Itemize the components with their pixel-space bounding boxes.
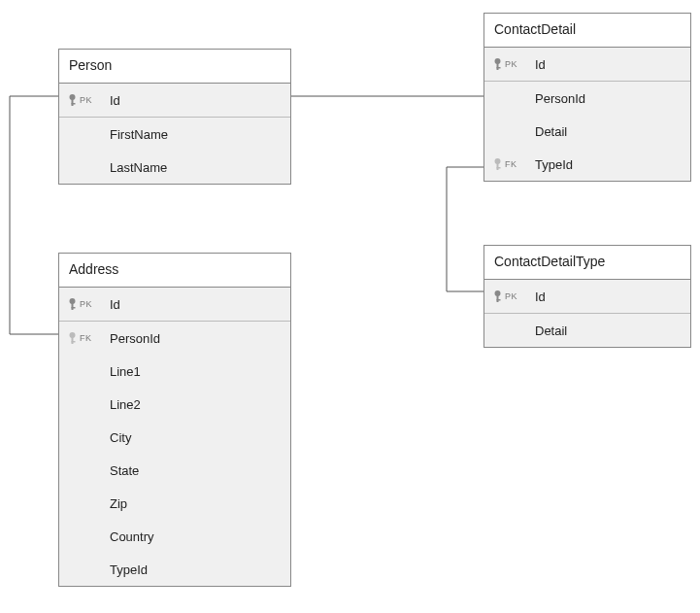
entity-contact-detail-type[interactable]: ContactDetailType PK Id Detail [483,245,691,348]
field-name: City [104,430,131,445]
field-row: LastName [59,151,290,184]
field-name: Detail [529,324,567,338]
field-name: Id [529,289,546,304]
field-name: FirstName [104,127,168,142]
entity-address[interactable]: Address PK Id FK PersonId Line1 Line2 C [58,253,291,587]
svg-rect-14 [72,341,76,343]
svg-rect-17 [497,299,501,301]
entity-body: PK Id FirstName LastName [59,84,290,184]
field-row: FirstName [59,118,290,151]
field-row: Detail [484,314,690,347]
key-icon [492,157,503,171]
entity-body: PK Id FK PersonId Line1 Line2 City State [59,288,290,586]
field-name: PersonId [104,331,160,346]
field-row: PK Id [484,48,690,82]
svg-rect-8 [497,167,501,169]
entity-title: Person [59,50,290,84]
key-icon [492,57,503,71]
svg-rect-13 [72,337,74,344]
svg-rect-1 [72,99,74,106]
key-icon [67,93,78,107]
svg-rect-4 [497,63,499,70]
field-row: FK TypeId [484,148,690,181]
field-row: Zip [59,487,290,520]
field-name: Id [529,57,546,72]
key-icon [492,289,503,303]
field-name: Id [104,297,120,312]
field-name: TypeId [529,157,573,172]
key-icon [67,331,78,345]
field-row: PersonId [484,82,690,115]
field-row: City [59,421,290,454]
field-row: Detail [484,115,690,148]
svg-rect-11 [72,307,76,309]
entity-body: PK Id PersonId Detail FK TypeId [484,48,690,181]
pk-indicator: PK [492,289,529,303]
field-name: Zip [104,496,127,511]
svg-rect-10 [72,303,74,310]
field-row: PK Id [59,288,290,322]
fk-indicator: FK [492,157,529,171]
field-name: TypeId [104,562,148,577]
field-row: FK PersonId [59,322,290,355]
field-row: State [59,454,290,487]
pk-indicator: PK [67,297,104,311]
field-name: Detail [529,124,567,139]
field-row: Line1 [59,355,290,388]
pk-indicator: PK [67,93,104,107]
field-row: PK Id [59,84,290,118]
entity-title: Address [59,254,290,288]
field-name: Line2 [104,397,141,412]
svg-rect-2 [72,103,76,105]
field-name: Country [104,529,154,544]
field-name: LastName [104,160,167,175]
field-name: Id [104,93,120,108]
field-row: PK Id [484,280,690,314]
svg-rect-16 [497,295,499,302]
field-name: Line1 [104,364,141,379]
field-row: Line2 [59,388,290,421]
pk-indicator: PK [492,57,529,71]
key-icon [67,297,78,311]
field-row: Country [59,520,290,553]
svg-rect-5 [497,67,501,69]
entity-title: ContactDetailType [484,246,690,280]
entity-body: PK Id Detail [484,280,690,347]
entity-title: ContactDetail [484,14,690,48]
entity-person[interactable]: Person PK Id FirstName LastName [58,49,291,185]
field-row: TypeId [59,553,290,586]
fk-indicator: FK [67,331,104,345]
svg-rect-7 [497,163,499,170]
field-name: PersonId [529,91,585,106]
field-name: State [104,463,139,478]
entity-contact-detail[interactable]: ContactDetail PK Id PersonId Detail FK T… [483,13,691,182]
